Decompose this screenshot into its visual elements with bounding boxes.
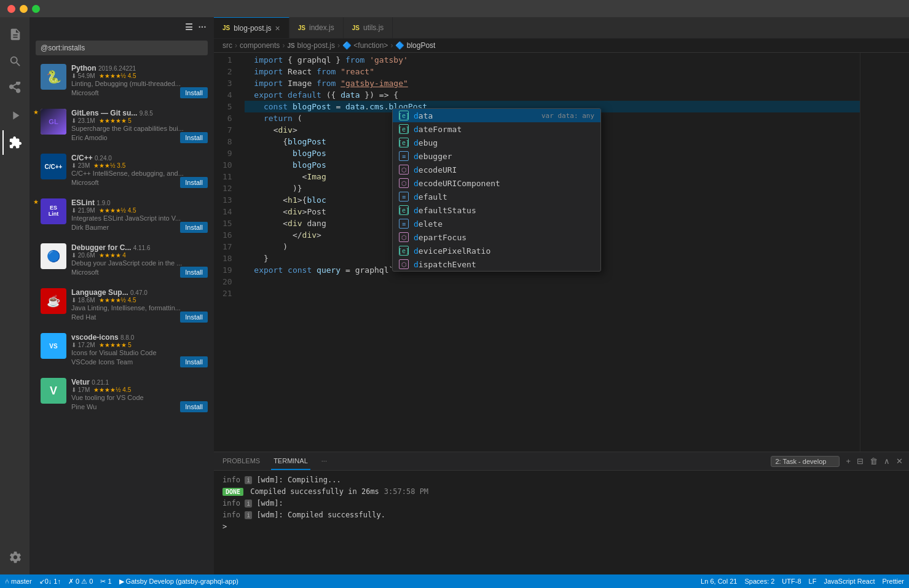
sidebar-header: ☰ ··· xyxy=(30,17,214,37)
scissors-status[interactable]: ✂ 1 xyxy=(100,578,111,586)
activity-bar xyxy=(0,17,30,574)
ext-name: vscode-icons 8.8.0 xyxy=(71,333,134,342)
autocomplete-item[interactable]: ⬡ departFocus xyxy=(393,230,600,244)
ext-icon: 🔵 xyxy=(41,243,66,269)
extensions-activity-icon[interactable] xyxy=(2,130,27,155)
close-button[interactable] xyxy=(7,5,15,13)
trash-terminal-icon[interactable]: 🗑 xyxy=(870,457,878,466)
extension-item[interactable]: VS vscode-icons 8.8.0 ⬇ 17.2M ★★★★★ 5 Ic… xyxy=(30,328,214,373)
install-button[interactable]: Install xyxy=(180,267,208,278)
ext-meta: ⬇ 21.9M ★★★★½ 4.5 xyxy=(71,207,208,214)
split-terminal-icon[interactable]: ⊟ xyxy=(857,457,864,466)
run-activity-icon[interactable] xyxy=(2,103,27,128)
lang-badge: JS xyxy=(222,25,230,31)
status-bar: ⑃ master ↙0↓ 1↑ ✗ 0 ⚠ 0 ✂ 1 ▶ Gatsby Dev… xyxy=(0,574,909,588)
autocomplete-item[interactable]: ≡ debugger xyxy=(393,149,600,163)
ac-label: default xyxy=(414,192,594,202)
line-numbers: 123456789101112131415161718192021 xyxy=(214,53,238,452)
add-terminal-icon[interactable]: + xyxy=(846,457,851,466)
terminal-actions: 2: Task - develop + ⊟ 🗑 ∧ ✕ xyxy=(771,456,903,467)
close-terminal-icon[interactable]: ✕ xyxy=(896,457,903,466)
bc-file[interactable]: blog-post.js xyxy=(297,41,335,50)
extension-item[interactable]: V Vetur 0.21.1 ⬇ 17M ★★★★½ 4.5 Vue tooli… xyxy=(30,373,214,418)
errors-status[interactable]: ✗ 0 ⚠ 0 xyxy=(68,578,93,586)
tab-label: index.js xyxy=(309,23,334,32)
gatsby-status[interactable]: ▶ Gatsby Develop (gatsby-graphql-app) xyxy=(119,578,238,586)
extension-item[interactable]: C/C++ C/C++ 0.24.0 ⬇ 23M ★★★½ 3.5 C/C++ … xyxy=(30,149,214,194)
ext-name: C/C++ 0.24.0 xyxy=(71,154,112,162)
more-icon[interactable]: ··· xyxy=(199,22,207,32)
ext-rating: ★★★★½ 4.5 xyxy=(99,73,136,79)
source-control-activity-icon[interactable] xyxy=(2,76,27,101)
encoding-status[interactable]: UTF-8 xyxy=(782,578,801,585)
window-controls[interactable] xyxy=(7,5,40,13)
eol-status[interactable]: LF xyxy=(809,578,817,585)
autocomplete-item[interactable]: ≡ default xyxy=(393,190,600,203)
autocomplete-item[interactable]: ≡ delete xyxy=(393,217,600,230)
install-button[interactable]: Install xyxy=(180,401,208,412)
install-button[interactable]: Install xyxy=(180,356,208,367)
more-tab[interactable]: ··· xyxy=(319,452,329,470)
bc-function[interactable]: 🔷 <function> xyxy=(342,41,388,50)
sidebar-search[interactable] xyxy=(30,37,214,59)
spaces-status[interactable]: Spaces: 2 xyxy=(744,578,774,585)
editor-tab[interactable]: JS utils.js xyxy=(344,17,393,38)
autocomplete-dropdown[interactable]: [e] data var data: any [e] dateFormat [e… xyxy=(392,108,601,272)
autocomplete-item[interactable]: [e] defaultStatus xyxy=(393,203,600,217)
ext-rating: ★★★★½ 4.5 xyxy=(93,386,131,393)
code-editor[interactable]: 123456789101112131415161718192021 import… xyxy=(214,53,909,452)
code-line: export default ({ data }) => { xyxy=(245,89,860,101)
tab-close-icon[interactable]: × xyxy=(275,23,280,33)
tab-label: utils.js xyxy=(363,23,384,32)
language-status[interactable]: JavaScript React xyxy=(824,578,875,585)
minimize-button[interactable] xyxy=(20,5,28,13)
extension-item[interactable]: ★ GL GitLens — Git su... 9.8.5 ⬇ 23.1M ★… xyxy=(30,104,214,149)
autocomplete-item[interactable]: ⬡ decodeURIComponent xyxy=(393,176,600,190)
search-input[interactable] xyxy=(36,41,208,55)
ext-downloads: ⬇ 20.6M xyxy=(71,252,95,259)
terminal-content[interactable]: info i [wdm]: Compiling...DONE Compiled … xyxy=(214,471,909,574)
extension-item[interactable]: 🐍 Python 2019.6.24221 ⬇ 54.9M ★★★★½ 4.5 … xyxy=(30,59,214,104)
star-badge: ★ xyxy=(33,109,39,116)
search-activity-icon[interactable] xyxy=(2,49,27,74)
autocomplete-item[interactable]: [e] data var data: any xyxy=(393,109,600,122)
extension-item[interactable]: ★ ESLint ESLint 1.9.0 ⬇ 21.9M ★★★★½ 4.5 … xyxy=(30,194,214,238)
autocomplete-item[interactable]: [e] debug xyxy=(393,136,600,149)
ext-name: Debugger for C... 4.11.6 xyxy=(71,243,150,252)
extension-item[interactable]: ☕ Language Sup... 0.47.0 ⬇ 18.6M ★★★★½ 4… xyxy=(30,283,214,328)
git-branch-status[interactable]: ⑃ master xyxy=(5,578,32,585)
ext-author: Eric Amodio xyxy=(71,134,108,141)
git-icon: ⑃ xyxy=(5,578,9,585)
terminal-tab[interactable]: TERMINAL xyxy=(271,452,310,470)
filter-icon[interactable]: ☰ xyxy=(185,22,194,32)
breadcrumb: src › components › JS blog-post.js › 🔷 <… xyxy=(214,39,909,53)
install-button[interactable]: Install xyxy=(180,87,208,98)
autocomplete-item[interactable]: ⬡ decodeURI xyxy=(393,163,600,176)
bc-components[interactable]: components xyxy=(240,41,280,50)
editor-tab[interactable]: JS index.js xyxy=(289,17,344,38)
status-left: ⑃ master ↙0↓ 1↑ ✗ 0 ⚠ 0 ✂ 1 ▶ Gatsby Dev… xyxy=(5,578,238,586)
autocomplete-item[interactable]: ⬡ dispatchEvent xyxy=(393,257,600,271)
bc-blogpost[interactable]: 🔷 blogPost xyxy=(395,41,435,50)
install-button[interactable]: Install xyxy=(180,222,208,233)
editor-tab[interactable]: JS blog-post.js × xyxy=(214,17,289,38)
extension-item[interactable]: 🔵 Debugger for C... 4.11.6 ⬇ 20.6M ★★★★ … xyxy=(30,238,214,283)
formatter-status[interactable]: Prettier xyxy=(883,578,904,585)
problems-tab[interactable]: PROBLEMS xyxy=(220,452,262,470)
autocomplete-item[interactable]: [e] dateFormat xyxy=(393,122,600,136)
collapse-terminal-icon[interactable]: ∧ xyxy=(884,457,890,466)
install-button[interactable]: Install xyxy=(180,177,208,188)
cursor-position[interactable]: Ln 6, Col 21 xyxy=(701,578,737,585)
settings-activity-icon[interactable] xyxy=(2,545,27,570)
install-button[interactable]: Install xyxy=(180,132,208,143)
task-selector[interactable]: 2: Task - develop xyxy=(771,456,840,467)
bc-src[interactable]: src xyxy=(222,41,232,50)
terminal-line: info i [wdm]: Compiling... xyxy=(222,474,900,486)
ext-name: Language Sup... 0.47.0 xyxy=(71,288,148,297)
ext-downloads: ⬇ 18.6M xyxy=(71,297,95,304)
sync-status[interactable]: ↙0↓ 1↑ xyxy=(39,578,61,586)
install-button[interactable]: Install xyxy=(180,312,208,323)
maximize-button[interactable] xyxy=(32,5,40,13)
autocomplete-item[interactable]: [e] devicePixelRatio xyxy=(393,244,600,257)
files-activity-icon[interactable] xyxy=(2,22,27,47)
